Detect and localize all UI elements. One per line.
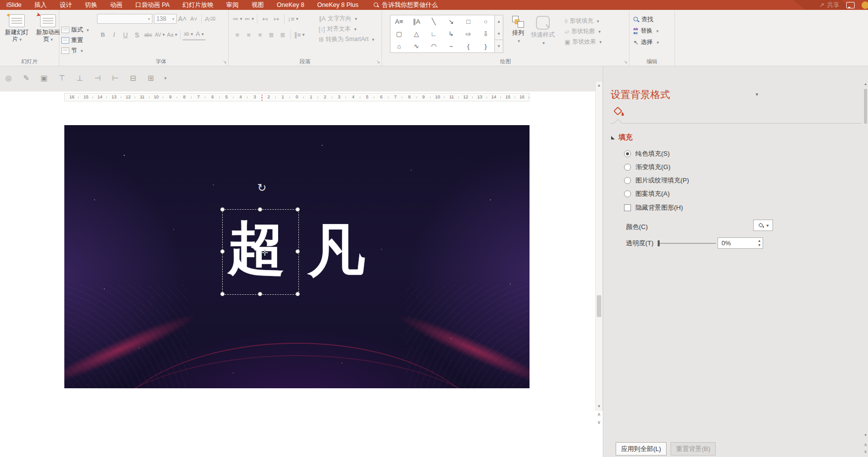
tab-animations[interactable]: 动画 xyxy=(104,0,129,10)
solid-fill-radio[interactable] xyxy=(624,150,631,157)
tab-islide[interactable]: iSlide xyxy=(0,0,28,10)
tab-slideshow[interactable]: 幻灯片放映 xyxy=(176,0,220,10)
shape-elbow-arrow-connector-icon[interactable]: ↳ xyxy=(442,28,460,40)
gradient-fill-radio[interactable] xyxy=(624,164,631,171)
shape-right-arrow-icon[interactable]: ⇨ xyxy=(460,28,477,40)
shape-arc-icon[interactable]: ◠ xyxy=(425,40,442,52)
section-button[interactable]: 节 xyxy=(60,46,90,56)
shape-elbow-connector-icon[interactable]: ∟ xyxy=(425,28,442,40)
change-case-button[interactable]: Aa xyxy=(166,30,178,40)
text-direction-button[interactable]: ∥A 文字方向 xyxy=(318,13,375,24)
canvas-scrollbar[interactable]: ▲ ▼ xyxy=(595,81,603,411)
slide[interactable]: 超 凡 ↻ ✛ xyxy=(64,125,530,388)
shape-down-arrow-icon[interactable]: ⇩ xyxy=(477,28,494,40)
shapes-more-icon[interactable]: ▼ xyxy=(495,40,503,52)
shape-scribble-icon[interactable]: ∿ xyxy=(408,40,425,52)
shape-curve-icon[interactable]: ~ xyxy=(442,40,460,52)
shape-rectangle-icon[interactable]: □ xyxy=(460,15,477,28)
tab-view[interactable]: 视图 xyxy=(245,0,270,10)
pattern-fill-option[interactable]: 图案填充(A) xyxy=(624,189,670,198)
font-dialog-launcher[interactable]: ↘ xyxy=(223,59,227,64)
tab-onekey8plus[interactable]: OneKey 8 Plus xyxy=(311,0,365,10)
fill-tab-icon[interactable] xyxy=(612,105,625,118)
stepper-up-icon[interactable]: ▲ xyxy=(758,238,761,243)
shape-freeform-icon[interactable]: ⌂ xyxy=(390,40,408,52)
drawing-dialog-launcher[interactable]: ↘ xyxy=(624,59,627,64)
previous-slide-icon[interactable]: ∧ xyxy=(597,411,601,417)
shape-effects-button[interactable]: ▣ 形状效果 xyxy=(564,37,603,47)
reset-background-button[interactable]: 重置背景(B) xyxy=(671,442,716,456)
slide-title-char[interactable]: 凡 xyxy=(308,222,365,279)
pattern-fill-radio[interactable] xyxy=(624,190,631,197)
shape-fill-button[interactable]: ◊ 形状填充 xyxy=(564,16,603,26)
scroll-up-icon[interactable]: ▲ xyxy=(596,82,602,89)
selection-handle-sw[interactable] xyxy=(220,292,225,296)
align-top-icon[interactable]: ⊤ xyxy=(56,74,67,83)
select-button[interactable]: ↖ 选择 xyxy=(629,37,675,48)
quick-toolbar-more-icon[interactable]: ▾ xyxy=(164,76,167,81)
numbering-button[interactable]: ≕ xyxy=(243,14,255,24)
tab-design[interactable]: 设计 xyxy=(53,0,79,10)
distribute-horizontal-icon[interactable]: ⊟ xyxy=(128,74,139,83)
shapes-scroll-up-icon[interactable]: ▲ xyxy=(495,15,503,28)
grow-font-button[interactable]: A˄ xyxy=(177,14,188,24)
line-spacing-button[interactable]: ↕≡ xyxy=(287,14,299,24)
picture-fill-radio[interactable] xyxy=(624,177,631,184)
shape-oval-icon[interactable]: ○ xyxy=(477,15,494,28)
panel-scroll-down-icon[interactable]: ▼ xyxy=(863,433,868,437)
font-size-combo[interactable]: 138 ▾ xyxy=(154,14,177,24)
gradient-fill-option[interactable]: 渐变填充(G) xyxy=(624,163,671,172)
panel-scrollbar-thumb[interactable] xyxy=(864,89,867,124)
shape-vertical-text-box-icon[interactable]: ∥A xyxy=(408,15,425,28)
paragraph-dialog-launcher[interactable]: ↘ xyxy=(376,59,380,64)
ruler[interactable]: 1615141312111098765432101234567891011121… xyxy=(64,93,530,101)
tab-insert[interactable]: 插入 xyxy=(28,0,53,10)
smartart-button[interactable]: ⊞ 转换为 SmartArt xyxy=(318,34,375,45)
distribute-vertical-icon[interactable]: ⊞ xyxy=(145,74,156,83)
transparency-spinbox[interactable]: 0% ▲ ▼ xyxy=(718,237,763,249)
align-bottom-icon[interactable]: ⊥ xyxy=(74,74,85,83)
text-selection-box[interactable] xyxy=(222,209,299,295)
align-text-button[interactable]: [↕] 对齐文本 xyxy=(318,24,375,34)
fill-section-header[interactable]: 填充 xyxy=(611,133,632,142)
selection-handle-n[interactable] xyxy=(258,207,262,212)
decrease-indent-button[interactable]: ↤ xyxy=(259,14,271,24)
tab-review[interactable]: 审阅 xyxy=(220,0,245,10)
share-button[interactable]: ↗ 共享 xyxy=(820,1,839,9)
shape-outline-button[interactable]: ▱ 形状轮廓 xyxy=(564,26,603,37)
tab-transitions[interactable]: 切换 xyxy=(79,0,104,10)
transparency-slider[interactable] xyxy=(658,243,716,244)
clear-formatting-button[interactable]: A⌫ xyxy=(204,14,216,24)
bold-button[interactable]: B xyxy=(97,30,108,40)
panel-scrollbar[interactable]: ▲ ▼ ∧ ∨ xyxy=(863,81,868,457)
new-anim-page-button[interactable]: ➤ 新加动画页 xyxy=(32,13,64,44)
transparency-slider-thumb[interactable] xyxy=(658,240,660,246)
rotate-handle-icon[interactable]: ↻ xyxy=(257,183,266,193)
shape-right-brace-icon[interactable]: } xyxy=(477,40,494,52)
font-name-combo[interactable]: ▾ xyxy=(97,14,152,24)
hide-background-option[interactable]: 隐藏背景图形(H) xyxy=(624,203,683,212)
shape-line-icon[interactable]: ╲ xyxy=(425,15,442,28)
tab-onekey8[interactable]: OneKey 8 xyxy=(270,0,311,10)
color-picker-button[interactable]: ▾ xyxy=(753,220,773,231)
new-slide-button[interactable]: ✦ 新建幻灯片 xyxy=(2,13,32,44)
align-right-button[interactable]: ≡ xyxy=(254,30,266,40)
increase-indent-button[interactable]: ↦ xyxy=(271,14,282,24)
shape-triangle-icon[interactable]: △ xyxy=(408,28,425,40)
comments-icon[interactable] xyxy=(846,2,855,8)
panel-chevron-down-icon[interactable]: ∨ xyxy=(863,449,868,454)
shape-arrow-icon[interactable]: ↘ xyxy=(442,15,460,28)
selection-handle-e[interactable] xyxy=(295,249,300,254)
scroll-down-icon[interactable]: ▼ xyxy=(596,403,602,410)
reset-button[interactable]: 重置 xyxy=(60,35,90,46)
fit-to-window-icon[interactable]: ◎ xyxy=(3,74,14,83)
next-slide-icon[interactable]: ∨ xyxy=(597,419,601,425)
format-brush-icon[interactable]: ✎ xyxy=(21,74,32,83)
panel-chevron-up-icon[interactable]: ∧ xyxy=(863,442,868,447)
group-objects-icon[interactable]: ▣ xyxy=(39,74,49,83)
strikethrough-button[interactable]: abc xyxy=(143,30,154,40)
align-left-icon[interactable]: ⊣ xyxy=(92,74,103,83)
account-avatar[interactable] xyxy=(862,1,868,9)
quick-styles-button[interactable]: 快速样式 xyxy=(529,15,557,47)
shape-left-brace-icon[interactable]: { xyxy=(460,40,477,52)
